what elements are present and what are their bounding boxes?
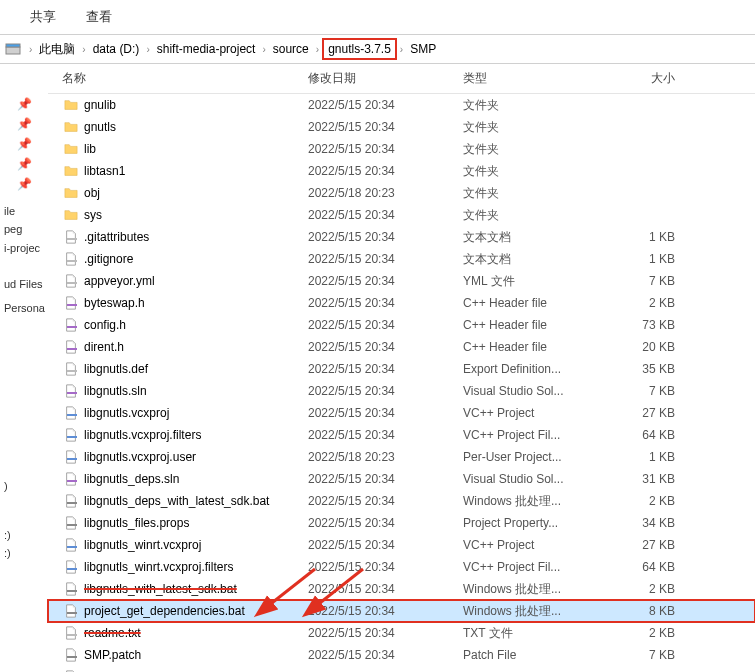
folder-icon — [62, 207, 80, 223]
file-icon — [62, 471, 80, 487]
file-type: Patch File — [463, 648, 615, 662]
file-row[interactable]: dirent.h2022/5/15 20:34C++ Header file20… — [48, 336, 755, 358]
bc-item-1[interactable]: data (D:) — [89, 38, 144, 60]
file-row[interactable]: gnutls2022/5/15 20:34文件夹 — [48, 116, 755, 138]
file-name: gnutls — [84, 120, 308, 134]
breadcrumb[interactable]: › 此电脑 › data (D:) › shift-media-project … — [0, 34, 755, 64]
svg-rect-8 — [67, 370, 77, 372]
col-date[interactable]: 修改日期 — [308, 70, 463, 87]
file-size: 35 KB — [615, 362, 695, 376]
side-label[interactable]: :) — [0, 544, 48, 562]
side-label[interactable]: ile — [0, 202, 48, 220]
pin-icon[interactable]: 📌 — [17, 94, 32, 114]
file-row[interactable]: appveyor.yml2022/5/15 20:34YML 文件7 KB — [48, 270, 755, 292]
file-row[interactable]: libgnutls_winrt.vcxproj.filters2022/5/15… — [48, 556, 755, 578]
sidebar: 📌 📌 📌 📌 📌 ile peg i-projec ud Files Pers… — [0, 64, 48, 672]
file-row[interactable]: SMP.patch2022/5/15 20:34Patch File7 KB — [48, 644, 755, 666]
file-icon — [62, 405, 80, 421]
pin-icon[interactable]: 📌 — [17, 154, 32, 174]
side-label[interactable]: ) — [0, 477, 48, 495]
file-name: lib — [84, 142, 308, 156]
file-row[interactable]: libgnutls_deps_with_latest_sdk.bat2022/5… — [48, 490, 755, 512]
file-row[interactable]: libtasn12022/5/15 20:34文件夹 — [48, 160, 755, 182]
file-row[interactable]: byteswap.h2022/5/15 20:34C++ Header file… — [48, 292, 755, 314]
pin-icon[interactable]: 📌 — [17, 134, 32, 154]
file-row[interactable]: project_get_dependencies.bat2022/5/15 20… — [48, 600, 755, 622]
chevron-right-icon[interactable]: › — [313, 44, 322, 55]
file-size: 27 KB — [615, 406, 695, 420]
side-label[interactable]: :) — [0, 526, 48, 544]
chevron-right-icon[interactable]: › — [143, 44, 152, 55]
svg-rect-4 — [67, 282, 77, 284]
file-date: 2022/5/15 20:34 — [308, 472, 463, 486]
svg-rect-9 — [67, 392, 77, 394]
file-row[interactable]: sys2022/5/15 20:34文件夹 — [48, 204, 755, 226]
file-date: 2022/5/15 20:34 — [308, 274, 463, 288]
file-type: C++ Header file — [463, 296, 615, 310]
side-label[interactable]: Persona — [0, 299, 48, 317]
col-type[interactable]: 类型 — [463, 70, 615, 87]
file-name: libgnutls.def — [84, 362, 308, 376]
file-date: 2022/5/15 20:34 — [308, 428, 463, 442]
file-row[interactable]: libgnutls.vcxproj.filters2022/5/15 20:34… — [48, 424, 755, 446]
svg-rect-16 — [67, 546, 77, 548]
file-row[interactable]: readme.txt2022/5/15 20:34TXT 文件2 KB — [48, 622, 755, 644]
chevron-right-icon[interactable]: › — [26, 44, 35, 55]
file-size: 31 KB — [615, 472, 695, 486]
file-type: 文件夹 — [463, 141, 615, 158]
svg-rect-11 — [67, 436, 77, 438]
file-type: C++ Header file — [463, 318, 615, 332]
file-size: 2 KB — [615, 626, 695, 640]
file-name: appveyor.yml — [84, 274, 308, 288]
file-size: 7 KB — [615, 274, 695, 288]
file-row[interactable]: lib2022/5/15 20:34文件夹 — [48, 138, 755, 160]
file-date: 2022/5/15 20:34 — [308, 406, 463, 420]
file-name: libgnutls_winrt.vcxproj.filters — [84, 560, 308, 574]
side-label[interactable]: ud Files — [0, 275, 48, 293]
file-row[interactable]: smp_deps.props2022/5/15 20:34Project Pro… — [48, 666, 755, 672]
svg-rect-5 — [67, 304, 77, 306]
file-row[interactable]: config.h2022/5/15 20:34C++ Header file73… — [48, 314, 755, 336]
svg-rect-20 — [67, 634, 77, 636]
chevron-right-icon[interactable]: › — [79, 44, 88, 55]
chevron-right-icon[interactable]: › — [397, 44, 406, 55]
file-date: 2022/5/15 20:34 — [308, 318, 463, 332]
tab-view[interactable]: 查看 — [86, 8, 112, 26]
side-label[interactable]: peg — [0, 220, 48, 238]
file-row[interactable]: libgnutls.vcxproj.user2022/5/18 20:23Per… — [48, 446, 755, 468]
file-type: 文件夹 — [463, 97, 615, 114]
bc-item-2[interactable]: shift-media-project — [153, 38, 260, 60]
file-row[interactable]: libgnutls.sln2022/5/15 20:34Visual Studi… — [48, 380, 755, 402]
file-date: 2022/5/15 20:34 — [308, 582, 463, 596]
file-row[interactable]: libgnutls_winrt.vcxproj2022/5/15 20:34VC… — [48, 534, 755, 556]
file-row[interactable]: obj2022/5/18 20:23文件夹 — [48, 182, 755, 204]
file-row[interactable]: libgnutls_files.props2022/5/15 20:34Proj… — [48, 512, 755, 534]
col-name[interactable]: 名称 — [62, 70, 308, 87]
file-size: 73 KB — [615, 318, 695, 332]
bc-item-3[interactable]: source — [269, 38, 313, 60]
pin-icon[interactable]: 📌 — [17, 114, 32, 134]
file-type: Per-User Project... — [463, 450, 615, 464]
file-row[interactable]: .gitignore2022/5/15 20:34文本文档1 KB — [48, 248, 755, 270]
file-row[interactable]: libgnutls_deps.sln2022/5/15 20:34Visual … — [48, 468, 755, 490]
file-date: 2022/5/15 20:34 — [308, 516, 463, 530]
file-size: 1 KB — [615, 252, 695, 266]
file-row[interactable]: libgnutls.vcxproj2022/5/15 20:34VC++ Pro… — [48, 402, 755, 424]
file-name: libgnutls_deps_with_latest_sdk.bat — [84, 494, 308, 508]
file-type: 文件夹 — [463, 119, 615, 136]
bc-item-0[interactable]: 此电脑 — [35, 37, 79, 62]
chevron-right-icon[interactable]: › — [259, 44, 268, 55]
pin-icon[interactable]: 📌 — [17, 174, 32, 194]
file-icon — [62, 383, 80, 399]
file-row[interactable]: gnulib2022/5/15 20:34文件夹 — [48, 94, 755, 116]
file-row[interactable]: libgnutls_with_latest_sdk.bat2022/5/15 2… — [48, 578, 755, 600]
file-type: TXT 文件 — [463, 625, 615, 642]
col-size[interactable]: 大小 — [615, 70, 695, 87]
file-row[interactable]: libgnutls.def2022/5/15 20:34Export Defin… — [48, 358, 755, 380]
side-label[interactable]: i-projec — [0, 239, 48, 257]
column-headers: 名称 修改日期 类型 大小 — [48, 64, 755, 94]
file-row[interactable]: .gitattributes2022/5/15 20:34文本文档1 KB — [48, 226, 755, 248]
bc-item-4[interactable]: gnutls-3.7.5 — [322, 38, 397, 60]
tab-share[interactable]: 共享 — [30, 8, 56, 26]
bc-item-5[interactable]: SMP — [406, 38, 440, 60]
